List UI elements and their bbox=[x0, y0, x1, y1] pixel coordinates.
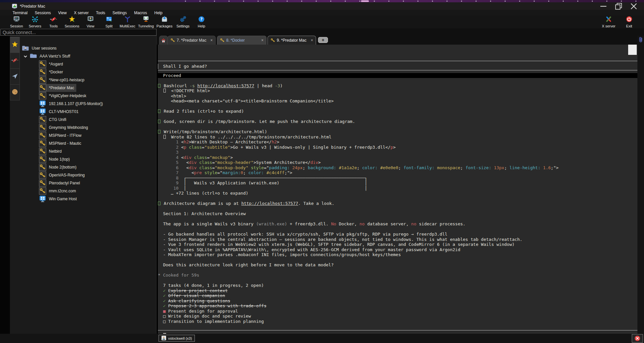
paperclip-icon[interactable] bbox=[638, 36, 643, 44]
toolbar-settings-button[interactable]: Settings bbox=[174, 16, 192, 28]
toolbar-tools-button[interactable]: Tools bbox=[44, 16, 63, 28]
toolbar-x-server-button[interactable]: X server bbox=[598, 16, 619, 28]
close-button[interactable] bbox=[630, 3, 637, 9]
tree-item-netbird[interactable]: Netbird bbox=[20, 147, 156, 155]
tree-item-clt-vmhost01[interactable]: CLT-VMHOST01 bbox=[20, 108, 156, 116]
key-icon bbox=[39, 116, 46, 123]
toolbar-exit-button[interactable]: Exit bbox=[619, 16, 639, 28]
menu-settings[interactable]: Settings bbox=[113, 11, 127, 15]
tree-item--vigilcyber-helpdesk[interactable]: *VigilCyber-Helpdesk bbox=[20, 92, 156, 100]
terminal-line bbox=[158, 124, 637, 130]
tree-item-ctg-unifi[interactable]: CTG Unifi bbox=[20, 116, 156, 124]
toolbar-packages-button[interactable]: Packages bbox=[155, 16, 174, 28]
proceed-option[interactable]: Proceed bbox=[158, 73, 637, 78]
menu-tools[interactable]: Tools bbox=[96, 11, 105, 15]
tab-close-icon[interactable]: × bbox=[210, 38, 213, 43]
tree-item--docker[interactable]: *Docker bbox=[20, 68, 156, 76]
toolbar-sessions-button[interactable]: Sessions bbox=[63, 16, 81, 28]
toolbar-label: Sessions bbox=[65, 24, 80, 28]
new-tab-button[interactable]: + bbox=[318, 37, 328, 43]
key-icon bbox=[39, 140, 46, 147]
terminal-line: <html> bbox=[158, 94, 637, 99]
menu-help[interactable]: Help bbox=[154, 11, 162, 15]
terminal-divider bbox=[158, 61, 637, 64]
tree-item-label: *Docker bbox=[49, 70, 63, 74]
tab-close-icon[interactable]: × bbox=[311, 38, 313, 43]
terminal-line bbox=[158, 196, 637, 201]
localhost-link[interactable]: http://localhost:57577 bbox=[197, 83, 254, 88]
tree-item-greyming-webhosting[interactable]: Greyming Webhosting bbox=[20, 124, 156, 132]
scrollbar-thumb[interactable] bbox=[628, 45, 637, 55]
toolbar-view-button[interactable]: View bbox=[81, 16, 100, 28]
exit-icon bbox=[626, 16, 633, 24]
folder-icon bbox=[30, 53, 37, 59]
tree-item-node-2-bottom-[interactable]: Node 2(bottom) bbox=[20, 163, 156, 171]
toolbar-label: Settings bbox=[176, 24, 190, 28]
terminate-button[interactable] bbox=[632, 334, 643, 343]
user-icon bbox=[161, 336, 166, 341]
tree-item-192-168-1-107-ups-monitor-[interactable]: 192.168.1.107 ([UPS-Monitor]) bbox=[20, 100, 156, 108]
tree-item-mspnerd-itflow[interactable]: MSPNerd - ITFlow bbox=[20, 132, 156, 139]
restore-button[interactable] bbox=[615, 3, 622, 9]
tree-item-aaa-vantz-s-stuff[interactable]: AAA Vantz's Stuff bbox=[20, 52, 156, 60]
tree-item-label: Win Game Host bbox=[49, 197, 77, 201]
toolbar-help-button[interactable]: ?Help bbox=[192, 16, 211, 28]
toolbar-split-button[interactable]: Split bbox=[100, 16, 118, 28]
user-session-chip[interactable]: vstockwell (x3) bbox=[159, 335, 195, 342]
toolbar-servers-button[interactable]: Servers bbox=[26, 16, 44, 28]
tab-label: 9. *Predator Mac bbox=[277, 38, 309, 43]
tree-item--predator-mac[interactable]: *Predator Mac bbox=[20, 84, 156, 92]
menu-terminal[interactable]: Terminal bbox=[13, 11, 27, 15]
tab-close-icon[interactable]: × bbox=[261, 38, 264, 43]
tree-item-label: Greyming Webhosting bbox=[49, 125, 88, 130]
session-tab-9-predator-mac[interactable]: 9. *Predator Mac× bbox=[268, 36, 316, 45]
terminal-line: □ Write design doc and spec review bbox=[158, 314, 637, 319]
rail-knife-button[interactable] bbox=[10, 53, 20, 69]
tree-item--new-cp01-heistacp[interactable]: *New-cp01-heistacp bbox=[20, 76, 156, 84]
terminal-line: - Vue 3 frontend renders in WebView2 wit… bbox=[158, 242, 637, 247]
glyph-box-icon bbox=[158, 202, 161, 205]
rail-plane-button[interactable] bbox=[10, 69, 20, 85]
tree-item-label: Node 2(bottom) bbox=[49, 165, 76, 170]
menu-sessions[interactable]: Sessions bbox=[35, 11, 51, 15]
tree-item-label: 192.168.1.107 ([UPS-Monitor]) bbox=[49, 101, 103, 106]
menu-macros[interactable]: Macros bbox=[134, 11, 147, 15]
tree-item-user-sessions[interactable]: User sessions bbox=[20, 44, 156, 52]
localhost-link[interactable]: http://localhost:57577 bbox=[241, 201, 298, 206]
home-tab[interactable] bbox=[159, 36, 168, 45]
rail-star-button[interactable] bbox=[10, 37, 20, 53]
minimize-button[interactable] bbox=[600, 3, 607, 9]
tree-item-mspnerd-mautic[interactable]: MSPNerd - Mautic bbox=[20, 139, 156, 147]
tree-item-label: CLT-VMHOST01 bbox=[49, 109, 79, 114]
terminal-line: … +72 lines (ctrl+o to expand) bbox=[158, 191, 637, 196]
toolbar-multiexec-button[interactable]: MultiExec bbox=[118, 16, 137, 28]
split-icon bbox=[105, 16, 113, 24]
tree-item-label: AAA Vantz's Stuff bbox=[40, 54, 70, 58]
toolbar-session-button[interactable]: Session bbox=[7, 16, 26, 28]
tree-item--asgard[interactable]: *Asgard bbox=[20, 60, 156, 68]
tree-item-label: CTG Unifi bbox=[49, 117, 66, 122]
tree-item-rmm-t2cnc-com[interactable]: rmm.t2cnc.com bbox=[20, 187, 156, 195]
terminal-line: 7 <pre style="margin:0; color: #c4c4ff;"… bbox=[158, 170, 637, 175]
toolbar-label: Exit bbox=[626, 24, 632, 28]
chevron-down-icon[interactable] bbox=[23, 54, 28, 58]
session-tab-8-docker[interactable]: 8. *Docker× bbox=[217, 36, 267, 45]
terminal-divider bbox=[158, 70, 637, 73]
tree-item-node-1-top-[interactable]: Node 1(top) bbox=[20, 155, 156, 163]
quick-connect-input[interactable] bbox=[0, 29, 157, 36]
menu-view[interactable]: View bbox=[58, 11, 67, 15]
tree-item-win-game-host[interactable]: Win Game Host bbox=[20, 195, 156, 203]
tree-item-openvas-reporting[interactable]: OpenVAS-Reporting bbox=[20, 171, 156, 179]
rail-globe-button[interactable] bbox=[10, 85, 20, 100]
tree-item-pterodactyl-panel[interactable]: Pterodactyl Panel bbox=[20, 179, 156, 187]
session-tab-7-predator-mac[interactable]: 7. *Predator Mac× bbox=[167, 36, 216, 45]
terminal-line bbox=[158, 78, 637, 83]
menu-x-server[interactable]: X server bbox=[74, 11, 89, 15]
terminal-output[interactable]: Shall I go ahead? Proceed Bash(curl -s h… bbox=[158, 45, 637, 334]
toolbar-tunneling-button[interactable]: Tunneling bbox=[137, 16, 155, 28]
key-icon bbox=[39, 148, 46, 155]
settings-icon bbox=[179, 16, 187, 24]
background-window-strip bbox=[0, 0, 644, 2]
glyph-box-icon bbox=[163, 89, 166, 93]
terminal-line: - Session Manager is the central abstrac… bbox=[158, 237, 637, 242]
